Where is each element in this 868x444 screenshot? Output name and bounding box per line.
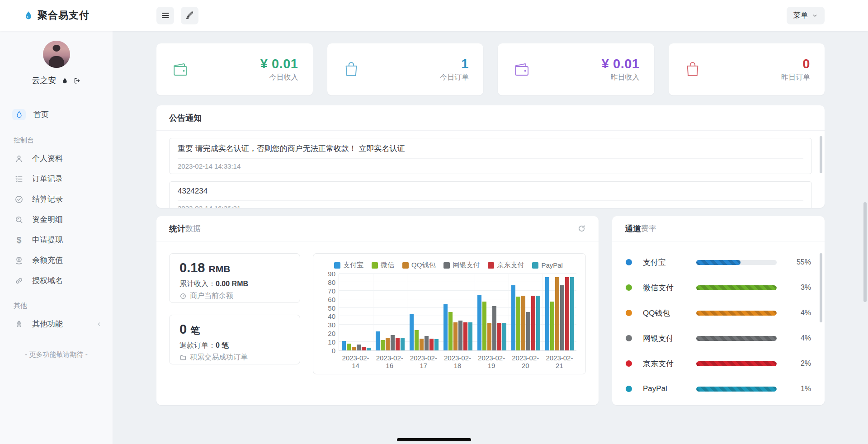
legend-item[interactable]: PayPal [532, 261, 563, 269]
legend-item[interactable]: QQ钱包 [402, 261, 435, 269]
sidebar: 云之安 首页 控制台 个人资料 [0, 31, 113, 444]
refresh-icon[interactable] [577, 224, 586, 233]
user-icon [14, 154, 24, 163]
sidebar-nav: 首页 控制台 个人资料 订单记录 结算记录 [0, 104, 113, 359]
chart-bar [482, 302, 486, 350]
chevron-down-icon [812, 13, 818, 19]
channel-rate-value: 1% [788, 385, 811, 393]
page-scrollbar-thumb[interactable] [863, 202, 867, 302]
stat-value: ¥ 0.01 [260, 57, 298, 71]
chart-legend: 支付宝微信QQ钱包网银支付京东支付PayPal [321, 261, 576, 269]
sidebar-item-recharge[interactable]: 余额充值 [0, 250, 113, 270]
sidebar-item-funds[interactable]: 资金明细 [0, 209, 113, 230]
channel-rate-value: 3% [788, 283, 811, 292]
user-avatar[interactable] [43, 41, 70, 68]
legend-label: QQ钱包 [411, 261, 435, 269]
chart-bar [565, 277, 569, 350]
announcement-item[interactable]: 重要 请完成实名认证，否则您的商户无法正常收款！ 立即实名认证 2023-02-… [169, 138, 812, 174]
sidebar-item-label: 余额充值 [32, 255, 63, 265]
link-icon [14, 276, 24, 285]
refunds-box: 0 笔 退款订单：0 笔 积累交易成功订单 [169, 315, 300, 364]
legend-item[interactable]: 微信 [372, 261, 394, 269]
announcement-text: 重要 请完成实名认证，否则您的商户无法正常收款！ 立即实名认证 [178, 143, 803, 158]
channel-rates-scrollbar[interactable] [820, 253, 822, 322]
sidebar-item-profile[interactable]: 个人资料 [0, 148, 113, 169]
sidebar-item-settlements[interactable]: 结算记录 [0, 189, 113, 209]
legend-item[interactable]: 支付宝 [334, 261, 363, 269]
sidebar-item-domains[interactable]: 授权域名 [0, 270, 113, 291]
sidebar-item-label: 授权域名 [32, 275, 63, 286]
user-name: 云之安 [32, 75, 57, 86]
top-navbar: 聚合易支付 菜单 [0, 0, 868, 31]
statistics-summary-column: 0.18 RMB 累计收入：0.00 RMB 商户当前余额 0 笔 [169, 253, 300, 374]
balance-amount: 0.18 [179, 260, 205, 275]
wallet-icon [512, 60, 532, 80]
chart-gridline [339, 273, 576, 274]
sidebar-item-label: 结算记录 [32, 194, 63, 204]
sidebar-item-other-features[interactable]: 其他功能 [0, 314, 113, 334]
sidebar-item-label: 资金明细 [32, 214, 63, 225]
brand-logo[interactable]: 聚合易支付 [0, 9, 113, 22]
announcement-item[interactable]: 4324234 2023-02-14 16:36:21 [169, 181, 812, 208]
channel-rate-value: 55% [788, 258, 811, 266]
x-axis-tick-label: 2023-02-18 [440, 354, 474, 369]
channel-dot-icon [626, 310, 632, 316]
bar-group [339, 274, 373, 350]
channel-progress-bar [696, 361, 777, 366]
logout-icon[interactable] [73, 77, 81, 85]
sidebar-section-console: 控制台 [0, 125, 113, 148]
chart-bar [425, 336, 429, 350]
rate-row-wechat: 微信支付 3% [626, 275, 811, 300]
chart-bar [531, 296, 535, 350]
channel-dot-icon [626, 259, 632, 265]
balance-unit: RMB [209, 264, 231, 274]
statistics-panel: 统计数据 0.18 RMB 累计收入：0.00 RMB [156, 216, 599, 405]
sidebar-item-label: 个人资料 [32, 153, 63, 164]
chart-bar [376, 331, 380, 350]
legend-item[interactable]: 网银支付 [443, 261, 480, 269]
channel-rates-title-strong: 通道 [625, 223, 641, 234]
channel-progress-bar [696, 311, 777, 316]
search-icon [14, 215, 24, 224]
main-content: ¥ 0.01 今日收入 1 今日订单 ¥ 0.01 昨日 [113, 31, 868, 444]
sidebar-toggle-button[interactable] [156, 7, 174, 24]
sidebar-item-home[interactable]: 首页 [0, 104, 113, 125]
y-axis-tick-label: 70 [320, 287, 335, 295]
announcements-scrollbar[interactable] [820, 136, 822, 173]
x-axis-tick-label: 2023-02-17 [406, 354, 440, 369]
rate-row-qq-wallet: QQ钱包 4% [626, 300, 811, 326]
menu-dropdown-button[interactable]: 菜单 [787, 7, 825, 24]
chart-bar [443, 304, 448, 350]
chevron-left-icon [96, 321, 102, 327]
sidebar-item-orders[interactable]: 订单记录 [0, 169, 113, 189]
stat-value: 0 [781, 57, 810, 71]
announcements-title: 公告通知 [169, 113, 202, 123]
chart-bar [429, 339, 434, 350]
chart-bar [391, 335, 395, 350]
announcements-list[interactable]: 重要 请完成实名认证，否则您的商户无法正常收款！ 立即实名认证 2023-02-… [156, 131, 825, 208]
legend-swatch [402, 262, 409, 269]
theme-brush-button[interactable] [181, 7, 198, 24]
x-axis-tick-label: 2023-02-14 [339, 354, 373, 369]
legend-item[interactable]: 京东支付 [488, 261, 524, 269]
shopping-bag-icon [342, 60, 361, 79]
menu-dropdown-label: 菜单 [793, 11, 808, 20]
sidebar-item-withdraw[interactable]: $ 申请提现 [0, 230, 113, 250]
channel-label: 网银支付 [643, 333, 696, 344]
chart-bar [458, 321, 462, 350]
stat-label: 昨日订单 [781, 73, 810, 82]
channel-dot-icon [626, 360, 632, 367]
bar-group [407, 274, 441, 350]
stat-card-today-income: ¥ 0.01 今日收入 [156, 43, 313, 95]
chart-bar [420, 339, 424, 350]
stat-label: 今日订单 [440, 73, 469, 82]
channel-rate-value: 4% [788, 334, 811, 342]
legend-swatch [372, 262, 378, 269]
sidebar-item-label: 订单记录 [32, 174, 63, 184]
legend-label: 微信 [381, 261, 394, 269]
avatar-silhouette-head [52, 45, 60, 52]
dollar-icon: $ [14, 236, 24, 244]
stat-label: 昨日收入 [602, 73, 640, 82]
channel-progress-bar [696, 387, 777, 392]
y-axis-tick-label: 60 [320, 296, 335, 303]
